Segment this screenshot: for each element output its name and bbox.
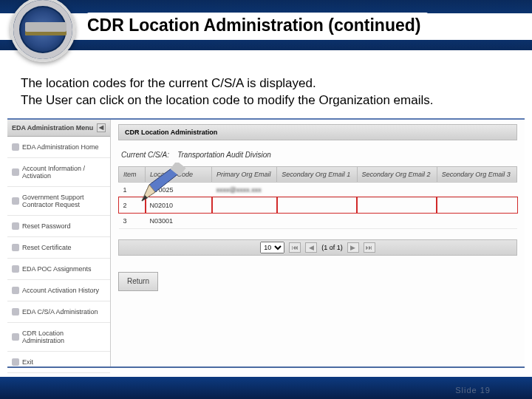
menu-icon: [12, 358, 19, 366]
sidebar-item-label: EDA POC Assignments: [22, 265, 92, 273]
sidebar-item-exit[interactable]: Exit: [7, 352, 110, 373]
sidebar-item-label: Account Activation History: [22, 287, 99, 294]
sidebar-item-cdr-location[interactable]: CDR Location Administration: [7, 323, 110, 352]
pager-last-button[interactable]: ⏭: [364, 242, 375, 253]
application-screenshot: EDA Administration Menu ◀ EDA Administra…: [7, 118, 525, 368]
sidebar-item-label: Reset Certificate: [22, 244, 72, 251]
sidebar-title: EDA Administration Menu: [12, 124, 93, 132]
slide-title: CDR Location Administration (continued): [87, 13, 428, 38]
slide-header: CDR Location Administration (continued): [0, 0, 532, 50]
cell-primary-email: xxxx@xxxx.xxx: [212, 182, 277, 197]
agency-seal-icon: [10, 0, 75, 62]
col-sec-email-3: Secondary Org Email 3: [437, 166, 516, 182]
sidebar-item-label: CDR Location Administration: [22, 330, 106, 344]
sidebar-item-activation-history[interactable]: Account Activation History: [7, 280, 110, 301]
page-size-select[interactable]: 10: [260, 242, 284, 253]
slide-footer-bar: [0, 377, 532, 399]
pager-next-button[interactable]: ▶: [347, 242, 359, 253]
menu-icon: [12, 265, 19, 273]
sidebar-item-home[interactable]: EDA Administration Home: [7, 137, 110, 158]
col-primary-email: Primary Org Email: [212, 166, 277, 182]
main-tab: CDR Location Administration: [118, 124, 517, 140]
sidebar-item-poc[interactable]: EDA POC Assignments: [7, 259, 110, 280]
menu-icon: [12, 197, 19, 205]
desc-line-1: The location codes for the current C/S/A…: [21, 76, 316, 90]
menu-icon: [12, 308, 19, 316]
sidebar-item-gov-support[interactable]: Government Support Contractor Request: [7, 187, 110, 216]
pager-info: (1 of 1): [321, 244, 343, 251]
col-item: Item: [119, 166, 146, 182]
pager-first-button[interactable]: ⏮: [289, 242, 301, 253]
slide-number: Slide 19: [455, 386, 491, 395]
sidebar-item-label: EDA C/S/A Administration: [22, 308, 98, 316]
col-location: Location Code: [146, 166, 212, 182]
sidebar-item-reset-password[interactable]: Reset Password: [7, 216, 110, 237]
csia-value: Transportation Audit Division: [177, 151, 271, 159]
sidebar-item-label: Account Information / Activation: [22, 165, 106, 180]
menu-icon: [12, 333, 19, 341]
table-row[interactable]: 1 HT0025 xxxx@xxxx.xxx: [119, 182, 517, 197]
slide-description: The location codes for the current C/S/A…: [21, 75, 517, 109]
table-row[interactable]: 3 N03001: [119, 213, 517, 228]
sidebar-collapse-button[interactable]: ◀: [97, 123, 106, 132]
cell-location-code[interactable]: N03001: [146, 213, 212, 228]
desc-line-2: The User can click on the location code …: [21, 93, 433, 107]
col-sec-email-2: Secondary Org Email 2: [357, 166, 437, 182]
cell-item: 2: [119, 197, 146, 213]
sidebar-header: EDA Administration Menu ◀: [7, 120, 110, 137]
cell-item: 1: [119, 182, 146, 197]
cell-location-code[interactable]: N02010: [146, 197, 212, 213]
sidebar-item-label: EDA Administration Home: [22, 143, 99, 151]
sidebar-item-label: Reset Password: [22, 222, 71, 230]
location-table: Item Location Code Primary Org Email Sec…: [118, 166, 517, 229]
table-row[interactable]: 2 N02010: [119, 197, 517, 213]
sidebar-item-reset-cert[interactable]: Reset Certificate: [7, 237, 110, 259]
return-button[interactable]: Return: [118, 272, 158, 291]
menu-icon: [12, 143, 19, 151]
main-panel: CDR Location Administration Current C/S/…: [111, 120, 525, 366]
sidebar-item-label: Exit: [22, 358, 33, 366]
menu-icon: [12, 287, 19, 294]
menu-icon: [12, 168, 19, 176]
sidebar-item-csa-admin[interactable]: EDA C/S/A Administration: [7, 301, 110, 323]
csia-label: Current C/S/A:: [121, 151, 169, 159]
cell-location-code[interactable]: HT0025: [146, 182, 212, 197]
col-sec-email-1: Secondary Org Email 1: [277, 166, 357, 182]
sidebar: EDA Administration Menu ◀ EDA Administra…: [7, 120, 111, 366]
pager-bar: 10 ⏮ ◀ (1 of 1) ▶ ⏭: [118, 239, 517, 256]
return-label: Return: [127, 277, 149, 285]
menu-icon: [12, 222, 19, 230]
sidebar-item-account-info[interactable]: Account Information / Activation: [7, 158, 110, 187]
current-csia: Current C/S/A: Transportation Audit Divi…: [121, 151, 517, 159]
menu-icon: [12, 244, 19, 251]
sidebar-item-label: Government Support Contractor Request: [22, 194, 106, 208]
cell-item: 3: [119, 213, 146, 228]
pager-prev-button[interactable]: ◀: [305, 242, 317, 253]
